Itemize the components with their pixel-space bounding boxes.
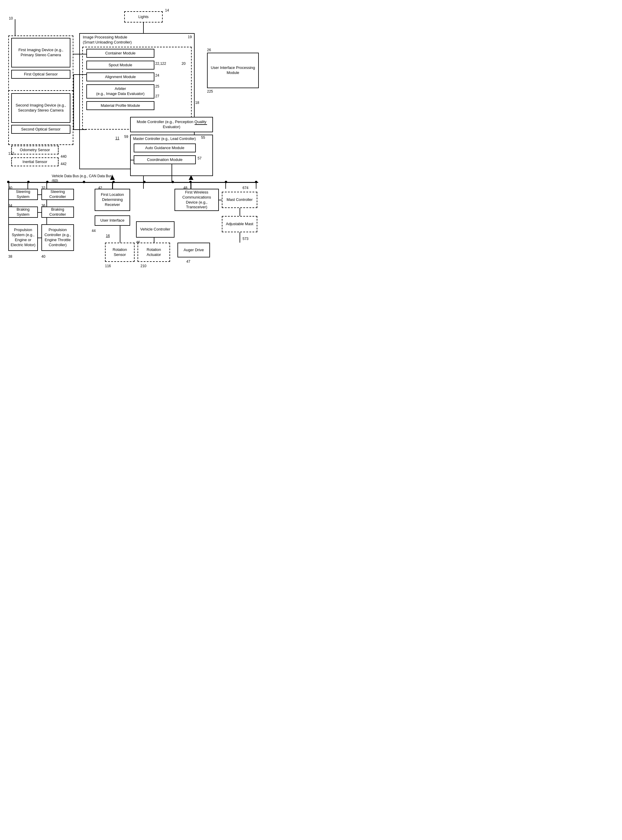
auger-drive-box: Auger Drive [177, 243, 210, 257]
first-location-receiver-box: First Location Determining Receiver [95, 189, 130, 211]
ref-40: 40 [41, 255, 45, 259]
first-imaging-device-label: First Imaging Device (e.g., Primary Ster… [14, 47, 68, 58]
ref-442: 442 [61, 162, 67, 166]
ref-20: 20 [181, 61, 186, 66]
v-rot-actuator [154, 238, 154, 243]
propulsion-controller-box: Propulsion Controller (e.g., Engine Thro… [41, 224, 74, 251]
first-optical-sensor-label: First Optical Sensor [24, 72, 58, 77]
ref-112-label: 112 [8, 151, 14, 156]
ref-19: 19 [188, 35, 192, 40]
steering-system-label: Steering System [11, 189, 35, 199]
steering-controller-box: Steering Controller [41, 189, 74, 200]
material-profile-module-box: Material Profile Module [86, 101, 154, 110]
ref-27: 27 [155, 94, 159, 99]
coordination-module-label: Coordination Module [147, 157, 183, 162]
ref-42: 42 [98, 186, 102, 191]
v-mast-ctrl-mast [239, 208, 240, 216]
container-module-box: Container Module [86, 49, 154, 58]
v-master-bus [143, 176, 144, 182]
ref-25: 25 [155, 84, 159, 89]
vehicle-data-bus [8, 182, 258, 183]
adjustable-mast-box: Adjustable Mast [222, 216, 257, 232]
braking-system-label: Braking System [11, 207, 35, 217]
first-wireless-box: First Wireless Communications Device (e.… [174, 189, 219, 211]
h-img-mode [195, 124, 207, 125]
inertial-sensor-box: Inertial Sensor [11, 157, 59, 166]
ui-processing-module-box: User Interface Processing Module [207, 53, 259, 88]
ref-44: 44 [92, 229, 96, 234]
ref-32: 32 [41, 186, 45, 191]
ref-11: 11 [115, 136, 119, 141]
second-imaging-device-box: Second Imaging Device (e.g., Secondary S… [11, 93, 70, 123]
lights-label: Lights [139, 14, 149, 20]
steering-controller-label: Steering Controller [44, 189, 72, 199]
ref-48: 48 [183, 186, 187, 191]
ref-18: 18 [195, 101, 199, 105]
v-rot-sensor [120, 226, 120, 243]
bus-dot-4 [83, 181, 85, 183]
v-line-prop-ctrl [46, 218, 47, 224]
v-line-coord [172, 164, 172, 182]
rotation-actuator-box: Rotation Actuator [137, 243, 170, 262]
ref-38: 38 [8, 255, 12, 259]
ref-16: 16 [106, 234, 110, 238]
container-module-label: Container Module [105, 51, 136, 56]
spout-module-label: Spout Module [108, 63, 132, 68]
adjustable-mast-label: Adjustable Mast [226, 221, 253, 227]
second-optical-sensor-label: Second Optical Sensor [21, 127, 61, 132]
master-controller-label: Master Controller (e.g., Lead Controller… [133, 137, 196, 141]
vehicle-controller-label: Vehicle Controller [140, 227, 170, 232]
user-interface-label: User Interface [100, 218, 125, 223]
alignment-module-box: Alignment Module [86, 72, 154, 81]
ref-225: 225 [207, 89, 213, 94]
ref-573: 573 [242, 237, 248, 241]
ref-59: 59 [124, 134, 128, 139]
h-conn-prop [38, 238, 41, 238]
v-line-loc [113, 183, 113, 189]
braking-system-box: Braking System [8, 206, 38, 218]
ui-processing-module-label: User Interface Processing Module [209, 66, 256, 75]
first-imaging-device-box: First Imaging Device (e.g., Primary Ster… [11, 38, 70, 67]
arbiter-label: Arbiter(e.g., Image Data Evaluator) [96, 86, 144, 96]
ref-116: 116 [105, 264, 111, 269]
h-conn-steering [38, 194, 41, 195]
v-line-braking [46, 183, 47, 189]
second-imaging-device-label: Second Imaging Device (e.g., Secondary S… [14, 103, 68, 113]
v-mast-adj [239, 232, 240, 243]
h-line-img-proc [73, 54, 86, 55]
material-profile-module-label: Material Profile Module [101, 103, 140, 108]
ref-674: 674 [242, 186, 248, 191]
image-processing-title: Image Processing Module (Smart Unloading… [83, 35, 192, 45]
vehicle-data-bus-label: Vehicle Data Bus (e.g., CAN Data Bus) (6… [52, 174, 113, 183]
v-line-steering-sys [9, 183, 9, 189]
ref-26: 26 [207, 48, 211, 53]
h-wireless-mast [219, 200, 222, 200]
v-line-master [143, 183, 144, 189]
ref-14: 14 [165, 8, 169, 13]
steering-system-box: Steering System [8, 189, 38, 200]
propulsion-system-box: Propulsion System (e.g., Engine or Elect… [8, 224, 38, 251]
auger-drive-label: Auger Drive [184, 247, 204, 253]
v-line-mast [226, 183, 226, 189]
first-optical-sensor-box: First Optical Sensor [11, 70, 70, 79]
alignment-module-label: Alignment Module [105, 75, 136, 79]
h-conn-braking [38, 212, 41, 213]
auto-guidance-module-box: Auto Guidance Module [134, 144, 196, 153]
odometry-sensor-box: Odometry Sensor [11, 145, 59, 154]
ref-55: 55 [201, 136, 205, 140]
arbiter-box: Arbiter(e.g., Image Data Evaluator) [86, 84, 154, 99]
antenna-wireless [189, 175, 194, 180]
second-optical-sensor-box: Second Optical Sensor [11, 125, 70, 134]
first-location-receiver-label: First Location Determining Receiver [97, 192, 128, 208]
rotation-sensor-label: Rotation Sensor [107, 247, 132, 257]
antenna-location [110, 175, 115, 180]
mast-controller-label: Mast Controller [227, 197, 253, 202]
user-interface-box: User Interface [95, 215, 130, 226]
vehicle-controller-box: Vehicle Controller [136, 221, 174, 238]
rotation-actuator-label: Rotation Actuator [140, 247, 168, 257]
coordination-module-box: Coordination Module [134, 155, 196, 164]
odometry-sensor-label: Odometry Sensor [20, 148, 50, 153]
v-line-brk-sys [8, 200, 9, 206]
spout-module-box: Spout Module [86, 61, 154, 70]
mast-controller-box: Mast Controller [222, 192, 257, 208]
